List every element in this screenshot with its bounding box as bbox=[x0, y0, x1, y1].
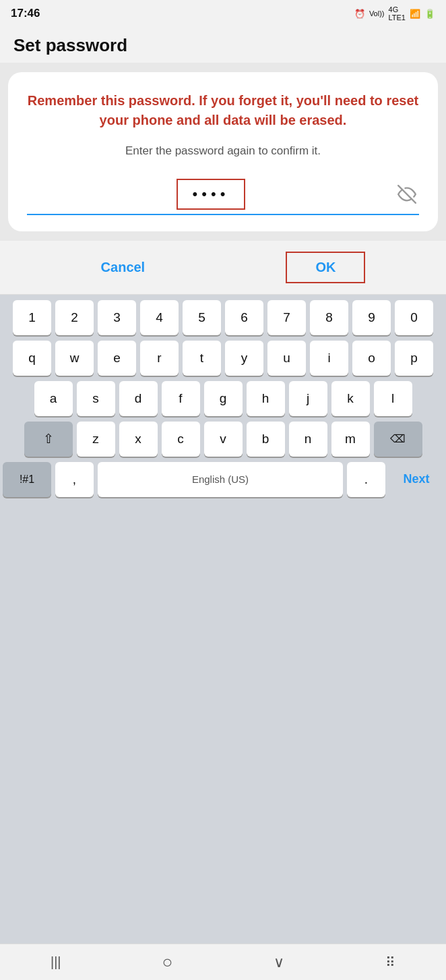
key-7[interactable]: 7 bbox=[267, 300, 306, 335]
network-4g-icon: 4GLTE1 bbox=[389, 5, 406, 22]
key-5[interactable]: 5 bbox=[183, 300, 221, 335]
warning-text: Remember this password. If you forget it… bbox=[27, 91, 419, 130]
period-key[interactable]: . bbox=[347, 462, 385, 497]
dialog-card: Remember this password. If you forget it… bbox=[8, 72, 438, 231]
signal-icon: 📶 bbox=[410, 9, 420, 19]
key-3[interactable]: 3 bbox=[98, 300, 136, 335]
key-l[interactable]: l bbox=[374, 381, 412, 416]
home-icon: ○ bbox=[162, 952, 172, 973]
keyboard-row-bottom: !#1 , English (US) . Next bbox=[3, 462, 443, 497]
key-q[interactable]: q bbox=[13, 341, 51, 376]
delete-key[interactable]: ⌫ bbox=[374, 422, 422, 457]
password-field-wrapper[interactable]: •••• bbox=[27, 179, 395, 210]
keyboard-row-q: q w e r t y u i o p bbox=[3, 341, 443, 376]
shift-key[interactable]: ⇧ bbox=[24, 422, 73, 457]
key-m[interactable]: m bbox=[331, 422, 370, 457]
menu-icon: ⠿ bbox=[385, 954, 395, 971]
status-time: 17:46 bbox=[11, 7, 40, 20]
special-chars-key[interactable]: !#1 bbox=[3, 462, 51, 497]
key-n[interactable]: n bbox=[289, 422, 327, 457]
key-b[interactable]: b bbox=[247, 422, 285, 457]
menu-nav-button[interactable]: ⠿ bbox=[370, 949, 410, 976]
header: Set password bbox=[0, 27, 446, 63]
keyboard-row-numbers: 1 2 3 4 5 6 7 8 9 0 bbox=[3, 300, 443, 335]
nav-bar: ||| ○ ∨ ⠿ bbox=[0, 944, 446, 980]
key-w[interactable]: w bbox=[55, 341, 94, 376]
back-icon: ||| bbox=[51, 954, 61, 970]
ok-button-wrapper: OK bbox=[286, 252, 365, 283]
dialog-buttons: Cancel OK bbox=[0, 241, 446, 295]
key-9[interactable]: 9 bbox=[352, 300, 391, 335]
alarm-icon: ⏰ bbox=[354, 9, 365, 19]
keyboard-row-z: ⇧ z x c v b n m ⌫ bbox=[3, 422, 443, 457]
password-input-row[interactable]: •••• bbox=[27, 179, 419, 215]
key-k[interactable]: k bbox=[331, 381, 370, 416]
status-bar: 17:46 ⏰ Vol)) 4GLTE1 📶 🔋 bbox=[0, 0, 446, 27]
key-1[interactable]: 1 bbox=[13, 300, 51, 335]
recent-icon: ∨ bbox=[274, 954, 284, 971]
key-8[interactable]: 8 bbox=[310, 300, 348, 335]
keyboard-row-a: a s d f g h j k l bbox=[3, 381, 443, 416]
key-v[interactable]: v bbox=[204, 422, 243, 457]
home-nav-button[interactable]: ○ bbox=[147, 949, 187, 976]
key-y[interactable]: y bbox=[225, 341, 263, 376]
page-title: Set password bbox=[13, 35, 127, 55]
key-f[interactable]: f bbox=[162, 381, 200, 416]
key-0[interactable]: 0 bbox=[395, 300, 433, 335]
key-c[interactable]: c bbox=[162, 422, 200, 457]
key-a[interactable]: a bbox=[34, 381, 73, 416]
key-4[interactable]: 4 bbox=[140, 300, 179, 335]
key-h[interactable]: h bbox=[247, 381, 285, 416]
key-2[interactable]: 2 bbox=[55, 300, 94, 335]
keyboard: 1 2 3 4 5 6 7 8 9 0 q w e r t y u i o p … bbox=[0, 295, 446, 944]
key-u[interactable]: u bbox=[267, 341, 306, 376]
key-p[interactable]: p bbox=[395, 341, 433, 376]
status-icons: ⏰ Vol)) 4GLTE1 📶 🔋 bbox=[354, 5, 435, 22]
key-6[interactable]: 6 bbox=[225, 300, 263, 335]
comma-key[interactable]: , bbox=[55, 462, 94, 497]
key-e[interactable]: e bbox=[98, 341, 136, 376]
key-s[interactable]: s bbox=[77, 381, 115, 416]
key-j[interactable]: j bbox=[289, 381, 327, 416]
key-o[interactable]: o bbox=[352, 341, 391, 376]
key-z[interactable]: z bbox=[77, 422, 115, 457]
key-x[interactable]: x bbox=[119, 422, 158, 457]
toggle-visibility-icon[interactable] bbox=[395, 182, 419, 206]
cancel-button[interactable]: Cancel bbox=[81, 254, 166, 281]
password-dots: •••• bbox=[193, 185, 230, 203]
confirm-text: Enter the password again to confirm it. bbox=[125, 142, 321, 160]
key-d[interactable]: d bbox=[119, 381, 158, 416]
key-r[interactable]: r bbox=[140, 341, 179, 376]
next-key[interactable]: Next bbox=[389, 462, 443, 497]
ok-button[interactable]: OK bbox=[288, 254, 362, 281]
recent-nav-button[interactable]: ∨ bbox=[259, 949, 299, 976]
key-t[interactable]: t bbox=[183, 341, 221, 376]
battery-icon: 🔋 bbox=[424, 9, 435, 19]
space-key[interactable]: English (US) bbox=[98, 462, 343, 497]
back-nav-button[interactable]: ||| bbox=[36, 949, 76, 976]
password-dots-box[interactable]: •••• bbox=[177, 179, 246, 210]
key-g[interactable]: g bbox=[204, 381, 243, 416]
volume-icon: Vol)) bbox=[369, 9, 385, 18]
key-i[interactable]: i bbox=[310, 341, 348, 376]
